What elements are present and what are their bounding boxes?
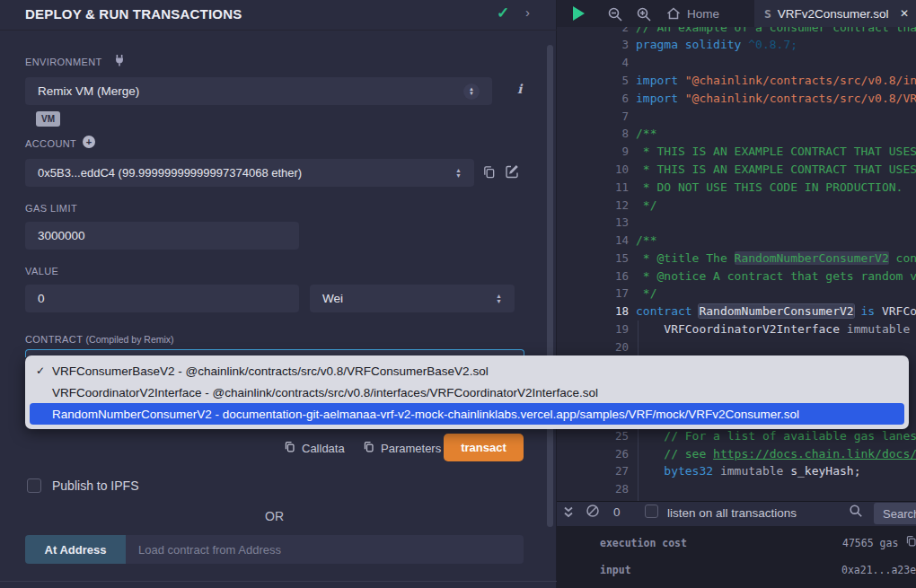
code-line: 19 VRFCoordinatorV2Interface immutable C…	[557, 320, 916, 338]
deploy-run-panel: DEPLOY & RUN TRANSACTIONS ✓ › ENVIRONMEN…	[0, 0, 557, 588]
dropdown-option-randomnumberconsumerv2[interactable]: RandomNumberConsumerV2 - documentation-g…	[30, 403, 904, 425]
header-divider	[0, 30, 557, 31]
publish-ipfs-checkbox[interactable]	[27, 478, 41, 493]
code-line: 26 // see https://docs.chain.link/docs/v…	[557, 444, 916, 462]
home-icon	[666, 6, 681, 21]
code-line: 18contract RandomNumberConsumerV2 is VRF…	[557, 303, 916, 320]
tab-vrfv2consumer[interactable]: S VRFv2Consumer.sol ✕	[754, 0, 916, 27]
terminal-row-value: 0xa21...a23e4	[841, 564, 916, 576]
contract-label: CONTRACT (Compiled by Remix)	[25, 334, 174, 345]
panel-scrollbar[interactable]	[547, 45, 553, 527]
contract-sublabel: (Compiled by Remix)	[86, 334, 174, 345]
copy-value-icon[interactable]	[905, 535, 916, 547]
plug-icon	[113, 54, 126, 66]
terminal-search-input[interactable]	[874, 503, 916, 524]
at-address-button[interactable]: At Address	[25, 535, 126, 564]
tab-home[interactable]: Home	[666, 0, 719, 27]
code-line: 14/**	[557, 232, 916, 250]
expand-terminal-chevrons-icon[interactable]	[562, 505, 575, 520]
code-line: 7	[557, 107, 916, 125]
code-editor[interactable]: 2// An example of a consumer contract th…	[557, 27, 916, 501]
line-number: 15	[557, 251, 629, 265]
line-number: 11	[557, 180, 629, 194]
code-line: 17 */	[557, 285, 916, 303]
listen-all-transactions-checkbox[interactable]	[645, 505, 658, 518]
value-input[interactable]: 0	[25, 285, 299, 312]
line-number: 17	[557, 286, 629, 300]
code-line: 8/**	[557, 125, 916, 143]
publish-ipfs-label[interactable]: Publish to IPFS	[52, 478, 139, 493]
tab-filename: VRFv2Consumer.sol	[778, 7, 889, 21]
line-number: 14	[557, 233, 629, 247]
code-line: 20	[557, 338, 916, 355]
gas-limit-label: GAS LIMIT	[25, 203, 77, 214]
line-number: 16	[557, 269, 629, 283]
copy-parameters-icon[interactable]	[363, 441, 374, 452]
select-stepper-icon: ▲▼	[455, 168, 462, 179]
close-tab-icon[interactable]: ✕	[900, 7, 909, 20]
line-number: 12	[557, 198, 629, 212]
listen-all-transactions-label[interactable]: listen on all transactions	[667, 506, 797, 520]
clear-console-ban-icon[interactable]	[586, 504, 600, 518]
gas-limit-input[interactable]: 3000000	[25, 222, 299, 250]
code-line: 6import "@chainlink/contracts/src/v0.8/V…	[557, 89, 916, 107]
line-number: 18	[557, 304, 629, 318]
code-line: 25 // For a list of available gas lanes …	[557, 426, 916, 444]
line-number: 27	[557, 464, 629, 478]
line-number: 13	[557, 215, 629, 229]
edit-account-icon[interactable]	[505, 164, 519, 179]
account-label: ACCOUNT	[25, 138, 76, 149]
contract-options-dropdown: ✓ VRFConsumerBaseV2 - @chainlink/contrac…	[25, 355, 909, 429]
panel-title: DEPLOY & RUN TRANSACTIONS	[25, 6, 242, 22]
line-number: 5	[557, 74, 629, 87]
zoom-in-icon[interactable]	[636, 6, 652, 22]
code-line: 2// An example of a consumer contract th…	[557, 27, 916, 36]
line-number: 28	[557, 482, 629, 496]
add-account-icon[interactable]: +	[83, 136, 95, 148]
or-label: OR	[25, 509, 524, 523]
code-line: 13	[557, 214, 916, 232]
calldata-button[interactable]: Calldata	[302, 442, 345, 455]
dropdown-option-vrfcoordinatorv2interface[interactable]: VRFCoordinatorV2Interface - @chainlink/c…	[25, 382, 909, 403]
copy-account-icon[interactable]	[482, 165, 496, 179]
code-line: 15 * @title The RandomNumberConsumerV2 c…	[557, 249, 916, 267]
line-number: 3	[557, 38, 629, 51]
code-line: 12 */	[557, 196, 916, 214]
parameters-button[interactable]: Parameters	[381, 442, 441, 455]
zoom-out-icon[interactable]	[607, 6, 623, 22]
line-number: 25	[557, 429, 629, 443]
line-number: 8	[557, 127, 629, 140]
line-number: 26	[557, 447, 629, 461]
solidity-file-icon: S	[764, 7, 771, 21]
search-icon	[849, 504, 863, 518]
info-icon[interactable]: i	[517, 82, 522, 96]
code-line: 27 bytes32 immutable s_keyHash;	[557, 462, 916, 480]
at-address-input[interactable]	[126, 535, 524, 564]
line-number: 10	[557, 162, 629, 176]
environment-select[interactable]: Remix VM (Merge) ▲▼	[25, 77, 492, 105]
copy-calldata-icon[interactable]	[284, 441, 295, 452]
line-number: 19	[557, 322, 629, 336]
line-number: 6	[557, 92, 629, 105]
code-line: 3pragma solidity ^0.8.7;	[557, 36, 916, 54]
value-unit-select[interactable]: Wei ▲▼	[310, 285, 515, 312]
compile-success-check-icon: ✓	[497, 4, 509, 22]
code-line: 4	[557, 54, 916, 72]
select-stepper-icon: ▲▼	[463, 83, 480, 100]
transact-button[interactable]: transact	[444, 434, 524, 461]
environment-label: ENVIRONMENT	[25, 57, 102, 67]
code-line: 9 * THIS IS AN EXAMPLE CONTRACT THAT USE…	[557, 143, 916, 161]
vm-badge: VM	[36, 111, 60, 127]
code-line: 28	[557, 480, 916, 498]
dropdown-option-vrfconsumerbasev2[interactable]: ✓ VRFConsumerBaseV2 - @chainlink/contrac…	[25, 360, 909, 382]
collapse-panel-chevron-icon[interactable]: ›	[525, 4, 530, 20]
value-label: VALUE	[25, 266, 58, 276]
line-number: 20	[557, 340, 629, 354]
code-line: 5import "@chainlink/contracts/src/v0.8/i…	[557, 72, 916, 90]
account-select[interactable]: 0x5B3...eddC4 (99.99999999999997374068 e…	[25, 159, 474, 187]
terminal-row-label: input	[600, 564, 631, 576]
line-number: 7	[557, 110, 629, 123]
line-number: 2	[557, 27, 629, 34]
run-script-play-icon[interactable]	[573, 6, 585, 21]
select-stepper-icon: ▲▼	[496, 294, 502, 304]
